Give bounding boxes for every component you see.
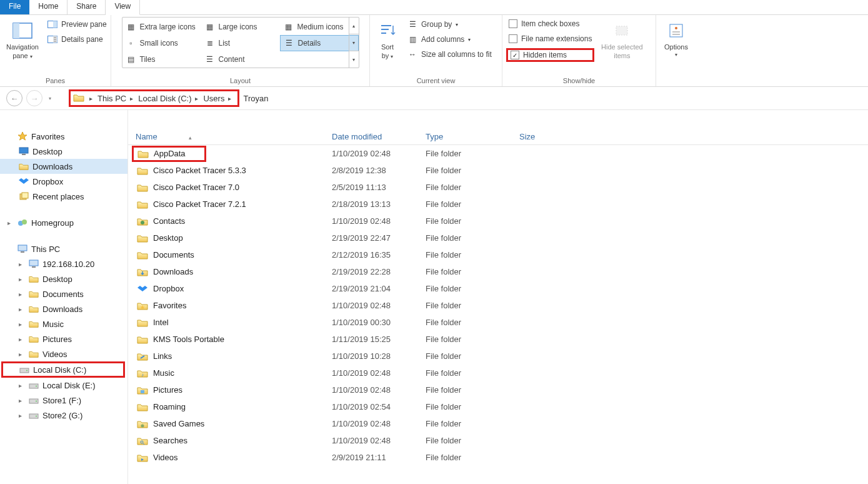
file-row[interactable]: Links1/10/2019 10:28File folder xyxy=(128,348,868,365)
layout-scroll-more[interactable]: ▾ xyxy=(349,51,359,68)
file-row[interactable]: KMS Tools Portable1/11/2019 15:25File fo… xyxy=(128,331,868,348)
file-name: KMS Tools Portable xyxy=(153,335,224,344)
details-pane-button[interactable]: Details pane xyxy=(45,33,109,46)
tree-pc-item[interactable]: ▸Local Disk (E:) xyxy=(0,378,127,393)
file-row[interactable]: Favorites1/10/2019 02:48File folder xyxy=(128,297,868,314)
navigation-pane-button[interactable]: Navigation pane ▾ xyxy=(4,17,41,62)
navigation-pane-label1: Navigation xyxy=(6,43,39,51)
layout-large-icons[interactable]: ▦Large icons xyxy=(201,19,280,35)
tree-pc-item[interactable]: ▸Documents xyxy=(0,286,127,301)
tree-fav-item[interactable]: Recent places xyxy=(0,189,127,204)
folder-icon xyxy=(137,165,148,176)
tree-pc-item[interactable]: ▸Downloads xyxy=(0,301,127,316)
file-row[interactable]: Searches1/10/2019 02:48File folder xyxy=(128,432,868,449)
tree-pc-item[interactable]: ▸Videos xyxy=(0,346,127,361)
column-name[interactable]: Name▴ xyxy=(128,132,332,141)
history-dropdown[interactable]: ▾ xyxy=(46,96,54,101)
breadcrumb-current[interactable]: Troyan xyxy=(239,94,271,103)
layout-medium-icons[interactable]: ▦Medium icons xyxy=(280,19,359,35)
tree-fav-item[interactable]: Downloads xyxy=(0,159,127,174)
column-size[interactable]: Size xyxy=(519,132,582,141)
layout-small-icons[interactable]: ▫Small icons xyxy=(122,35,201,51)
tree-pc-item[interactable]: ▸Music xyxy=(0,316,127,331)
file-row[interactable]: Cisco Packet Tracer 5.3.32/8/2019 12:38F… xyxy=(128,162,868,179)
file-row[interactable]: Intel1/10/2019 00:30File folder xyxy=(128,314,868,331)
group-by-button[interactable]: ☰Group by ▾ xyxy=(405,18,494,31)
file-row[interactable]: Desktop2/19/2019 22:47File folder xyxy=(128,229,868,246)
file-row[interactable]: Videos2/9/2019 21:11File folder xyxy=(128,449,868,466)
breadcrumb[interactable]: ▸ This PC▸ Local Disk (C:)▸ Users▸ xyxy=(69,89,239,107)
tree-fav-item[interactable]: Dropbox xyxy=(0,174,127,189)
file-row[interactable]: Dropbox2/19/2019 21:04File folder xyxy=(128,280,868,297)
file-row[interactable]: ♪Music1/10/2019 02:48File folder xyxy=(128,365,868,381)
list-icon: ≣ xyxy=(205,38,215,48)
tab-share[interactable]: Share xyxy=(67,0,106,14)
hide-selected-button[interactable]: Hide selected items xyxy=(598,17,646,62)
layout-tiles[interactable]: ▤Tiles xyxy=(122,51,201,68)
details-pane-icon xyxy=(47,34,57,44)
breadcrumb-localdisk[interactable]: Local Disk (C:)▸ xyxy=(136,94,201,103)
tree-homegroup[interactable]: ▸ Homegroup xyxy=(0,215,127,230)
ribbon-group-panes-label: Panes xyxy=(4,76,107,85)
file-name: Cisco Packet Tracer 7.0 xyxy=(153,183,239,192)
add-columns-button[interactable]: ▥Add columns ▾ xyxy=(405,33,494,46)
tree-pc-item[interactable]: ▸192.168.10.20 xyxy=(0,256,127,271)
tree-pc-item[interactable]: ▸Store1 (F:) xyxy=(0,393,127,408)
details-pane-label: Details pane xyxy=(61,35,103,44)
file-type: File folder xyxy=(426,250,519,260)
column-date[interactable]: Date modified xyxy=(332,132,426,141)
file-type: File folder xyxy=(426,453,519,462)
tree-favorites[interactable]: Favorites xyxy=(0,129,127,144)
tree-pc-item[interactable]: ▸Pictures xyxy=(0,331,127,346)
file-type: File folder xyxy=(426,351,519,361)
file-row[interactable]: Saved Games1/10/2019 02:48File folder xyxy=(128,415,868,432)
tab-file[interactable]: File xyxy=(0,0,29,14)
tree-pc-item[interactable]: ▸Desktop xyxy=(0,271,127,286)
layout-scroll-up[interactable]: ▴ xyxy=(349,18,359,34)
tree-thispc[interactable]: This PC xyxy=(0,241,127,256)
preview-pane-button[interactable]: Preview pane xyxy=(45,18,109,31)
back-button[interactable]: ← xyxy=(6,90,22,106)
checkbox-checked-icon: ✓ xyxy=(511,51,519,59)
checkbox-icon xyxy=(509,19,517,28)
options-button[interactable]: Options ▾ xyxy=(660,17,692,60)
file-name: Desktop xyxy=(153,233,183,243)
file-row[interactable]: Downloads2/19/2019 22:28File folder xyxy=(128,263,868,280)
tree-item-label: Pictures xyxy=(42,335,72,344)
tab-view[interactable]: View xyxy=(106,0,140,15)
size-columns-button[interactable]: ↔Size all columns to fit xyxy=(405,48,494,61)
layout-scroll-down[interactable]: ▾ xyxy=(349,34,359,51)
column-type[interactable]: Type xyxy=(426,132,519,141)
layout-extra-large-icons[interactable]: ▦Extra large icons xyxy=(122,19,201,35)
file-row[interactable]: Documents2/12/2019 16:35File folder xyxy=(128,246,868,263)
file-row[interactable]: Roaming1/10/2019 02:54File folder xyxy=(128,398,868,415)
file-type: File folder xyxy=(426,385,519,395)
forward-button[interactable]: → xyxy=(26,90,42,106)
tree-pc-item[interactable]: Local Disk (C:) xyxy=(1,361,125,378)
hide-icon xyxy=(611,19,633,42)
file-row[interactable]: Contacts1/10/2019 02:48File folder xyxy=(128,213,868,229)
file-date: 1/11/2019 15:25 xyxy=(332,335,426,344)
file-row[interactable]: Pictures1/10/2019 02:48File folder xyxy=(128,381,868,398)
sort-by-button[interactable]: Sort by ▾ xyxy=(374,17,401,62)
file-name: Saved Games xyxy=(153,419,204,428)
hidden-items-toggle[interactable]: ✓Hidden items xyxy=(506,48,594,62)
file-row[interactable]: Cisco Packet Tracer 7.2.12/18/2019 13:13… xyxy=(128,196,868,213)
file-row[interactable]: AppData1/10/2019 02:48File folder xyxy=(128,145,868,162)
layout-content[interactable]: ☰Content xyxy=(201,51,280,68)
layout-list[interactable]: ≣List xyxy=(201,35,280,51)
breadcrumb-thispc[interactable]: This PC▸ xyxy=(95,94,136,103)
tab-home[interactable]: Home xyxy=(29,0,67,14)
folder-icon: ♪ xyxy=(137,368,148,379)
item-check-boxes-toggle[interactable]: Item check boxes xyxy=(506,18,594,29)
file-row[interactable]: Cisco Packet Tracer 7.02/5/2019 11:13Fil… xyxy=(128,179,868,196)
file-name: Dropbox xyxy=(153,284,184,293)
file-name-extensions-toggle[interactable]: File name extensions xyxy=(506,33,594,44)
svg-point-30 xyxy=(36,386,37,387)
tree-pc-item[interactable]: ▸Store2 (G:) xyxy=(0,408,127,423)
preview-pane-label: Preview pane xyxy=(61,20,107,29)
breadcrumb-users[interactable]: Users▸ xyxy=(201,94,234,103)
tree-fav-item[interactable]: Desktop xyxy=(0,144,127,159)
tiles-icon: ▤ xyxy=(126,54,136,64)
layout-details[interactable]: ☰Details xyxy=(280,35,359,51)
